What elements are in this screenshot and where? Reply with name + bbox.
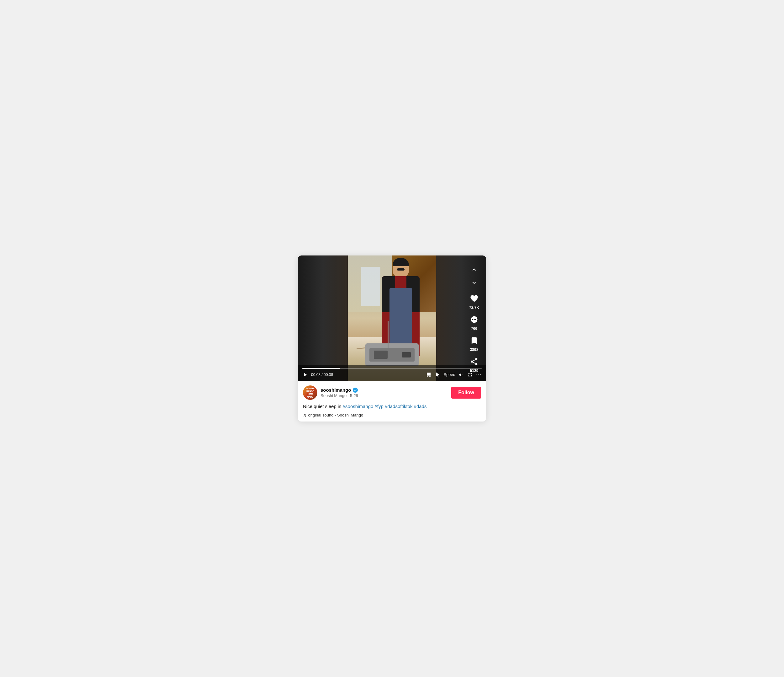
bookmark-button[interactable]: 3898	[468, 334, 481, 351]
avatar-text: SOOSHIMANGOHOMEMADE	[305, 386, 315, 399]
username: sooshimango	[320, 387, 351, 393]
video-frame	[348, 256, 436, 381]
avatar[interactable]: SOOSHIMANGOHOMEMADE	[303, 385, 317, 400]
verified-badge	[353, 388, 358, 393]
screen-icon[interactable]	[426, 372, 431, 377]
sound-row[interactable]: ♫ original sound - Sooshi Mango	[303, 413, 481, 418]
caption: Nice quiet sleep in #sooshimango #fyp #d…	[303, 403, 481, 410]
video-wrapper: 72.7K 766 3898	[298, 256, 486, 381]
date-separator: ·	[348, 393, 350, 398]
video-player[interactable]: 72.7K 766 3898	[298, 256, 486, 381]
hashtag-fyp[interactable]: #fyp	[375, 404, 384, 409]
time-display: 00:08 / 00:38	[311, 373, 333, 377]
user-row: SOOSHIMANGOHOMEMADE sooshimango Sooshi M…	[303, 385, 481, 400]
user-info: sooshimango Sooshi Mango · 5-29	[320, 387, 448, 398]
comment-count: 766	[471, 327, 477, 331]
cursor-icon[interactable]	[435, 372, 440, 377]
cassette-player	[366, 343, 418, 366]
person-head	[393, 258, 409, 278]
comment-icon	[468, 313, 481, 326]
video-card: 72.7K 766 3898	[298, 256, 486, 421]
hashtag-sooshimango[interactable]: #sooshimango	[343, 404, 373, 409]
nav-down-button[interactable]	[468, 277, 480, 289]
jacket-shirt	[389, 288, 412, 348]
user-sub: Sooshi Mango · 5-29	[320, 393, 448, 398]
share-count: 5129	[470, 369, 479, 373]
volume-icon[interactable]	[459, 372, 464, 377]
person-figure	[370, 258, 432, 356]
follow-button[interactable]: Follow	[451, 387, 481, 399]
hashtag-dads[interactable]: #dads	[414, 404, 427, 409]
comment-button[interactable]: 766	[468, 313, 481, 331]
avatar-circle: SOOSHIMANGOHOMEMADE	[303, 385, 317, 400]
hashtag-dadsoftiktok[interactable]: #dadsoftiktok	[385, 404, 412, 409]
svg-point-3	[475, 319, 476, 320]
player-body	[369, 348, 415, 362]
share-icon	[468, 355, 481, 368]
progress-fill	[302, 368, 340, 369]
heart-icon	[468, 292, 481, 305]
sound-label: original sound - Sooshi Mango	[308, 413, 364, 417]
person-mustache	[397, 268, 404, 271]
music-note-icon: ♫	[303, 413, 306, 418]
player-tape	[374, 351, 387, 359]
controls-row: 00:08 / 00:38 Speed	[302, 371, 482, 378]
video-controls: 00:08 / 00:38 Speed	[298, 365, 486, 381]
svg-point-2	[473, 319, 475, 320]
bookmark-icon	[468, 334, 481, 347]
person-hair	[393, 258, 409, 266]
like-count: 72.7K	[469, 306, 479, 309]
sidebar-actions: 72.7K 766 3898	[468, 264, 481, 373]
like-button[interactable]: 72.7K	[468, 292, 481, 309]
info-section: SOOSHIMANGOHOMEMADE sooshimango Sooshi M…	[298, 381, 486, 421]
svg-point-1	[472, 319, 473, 320]
player-antenna	[387, 321, 389, 348]
caption-text: Nice quiet sleep in	[303, 404, 343, 409]
play-button[interactable]	[302, 372, 308, 377]
bookmark-count: 3898	[470, 348, 479, 351]
speed-label[interactable]: Speed	[443, 372, 455, 377]
share-button[interactable]: 5129	[468, 355, 481, 373]
nav-up-button[interactable]	[468, 264, 480, 275]
username-row: sooshimango	[320, 387, 448, 393]
progress-bar[interactable]	[302, 368, 482, 369]
display-name: Sooshi Mango	[320, 393, 347, 398]
post-date: 5-29	[350, 393, 358, 398]
left-blur-panel	[298, 256, 348, 381]
player-buttons	[402, 352, 411, 357]
